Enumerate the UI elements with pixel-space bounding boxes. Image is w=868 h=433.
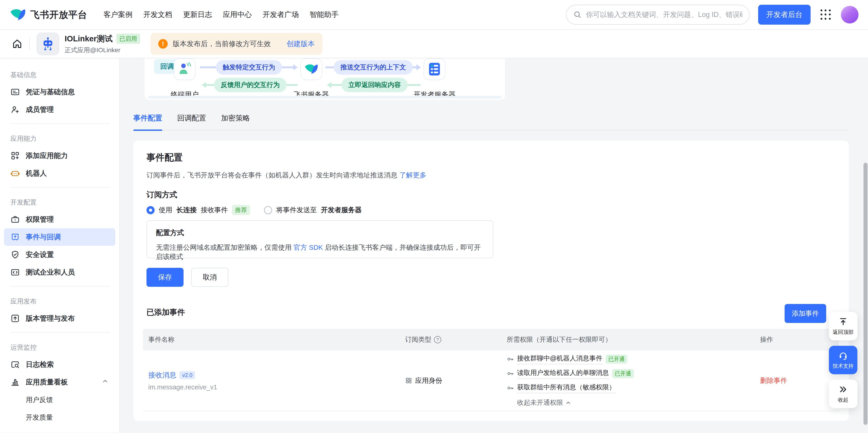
sidebar-section-basic: 基础信息 xyxy=(0,65,119,83)
search-icon xyxy=(573,10,582,19)
nav-item-dev-square[interactable]: 开发者广场 xyxy=(263,10,299,20)
briefcase-icon xyxy=(10,215,20,224)
add-event-button[interactable]: 添加事件 xyxy=(784,304,826,323)
sidebar-label: 机器人 xyxy=(26,168,47,178)
collapse-toolbar-button[interactable]: 收起 xyxy=(829,380,857,408)
sidebar-label: 安全设置 xyxy=(26,250,54,259)
col-label: 操作 xyxy=(760,335,773,344)
flow-trigger-label: 触发特定交互行为 xyxy=(216,60,282,74)
radio1-suffix: 接收事件 xyxy=(201,206,228,215)
save-button[interactable]: 保存 xyxy=(147,268,184,287)
sidebar-item-permissions[interactable]: 权限管理 xyxy=(4,211,115,228)
permission-label[interactable]: 获取群组中所有消息（敏感权限） xyxy=(517,383,616,393)
permission-open-badge: 已开通 xyxy=(612,369,634,378)
cancel-button[interactable]: 取消 xyxy=(191,268,228,287)
flow-feedback-label: 反馈用户的交互行为 xyxy=(214,78,287,92)
col-label: 事件名称 xyxy=(148,335,175,344)
end-user-icon xyxy=(178,62,192,76)
id-card-icon xyxy=(10,87,20,97)
search-box[interactable] xyxy=(566,5,749,25)
recommend-badge: 推荐 xyxy=(232,205,250,215)
radio2-prefix: 将事件发送至 xyxy=(276,206,317,215)
subscribe-mode-title: 订阅方式 xyxy=(147,190,177,200)
warning-icon: ! xyxy=(158,39,168,49)
permission-item: 读取用户发给机器人的单聊消息 已开通 xyxy=(507,368,755,379)
sidebar-item-credentials[interactable]: 凭证与基础信息 xyxy=(4,83,115,101)
flow-push-label: 推送交互行为的上下文 xyxy=(334,60,413,74)
sidebar-subitem-user-feedback[interactable]: 用户反馈 xyxy=(4,391,115,409)
primary-nav: 客户案例 开发文档 更新日志 应用中心 开发者广场 智能助手 xyxy=(103,10,339,20)
desc-text: 订阅事件后，飞书开放平台将会在事件（如机器人入群）发生时向请求地址推送消息 xyxy=(147,171,397,179)
nav-item-cases[interactable]: 客户案例 xyxy=(103,10,132,20)
collapse-label: 收起 xyxy=(838,396,848,403)
sidebar-item-version-release[interactable]: 版本管理与发布 xyxy=(4,310,115,327)
flow-response-label: 立即返回响应内容 xyxy=(342,78,408,92)
back-to-top-button[interactable]: 返回顶部 xyxy=(829,312,857,340)
brand-logo[interactable]: 飞书开放平台 xyxy=(9,6,87,23)
radio2-bold: 开发者服务器 xyxy=(321,206,362,215)
config-mode-title: 配置方式 xyxy=(156,228,484,238)
cell-permissions: 接收群聊中@机器人消息事件 已开通 读取用户发给机器人的单聊消息 已开通 xyxy=(501,350,755,411)
developer-server-icon xyxy=(427,62,442,76)
learn-more-link[interactable]: 了解更多 xyxy=(399,171,426,179)
layout: 基础信息 凭证与基础信息 成员管理 应用能力 添加应用能力 xyxy=(0,58,868,433)
chevron-up-icon[interactable] xyxy=(102,378,108,386)
sidebar-item-bot[interactable]: 机器人 xyxy=(4,164,115,182)
collapse-permissions-link[interactable]: 收起未开通权限 xyxy=(517,398,755,407)
radio1-prefix: 使用 xyxy=(159,206,172,215)
divider xyxy=(10,286,110,286)
radio-developer-server[interactable] xyxy=(264,206,272,214)
home-button[interactable] xyxy=(12,38,23,49)
nav-item-assistant[interactable]: 智能助手 xyxy=(310,10,339,20)
tab-encryption[interactable]: 加密策略 xyxy=(221,113,250,130)
developer-server-label: 开发者服务器 xyxy=(413,90,456,99)
tab-callback-config[interactable]: 回调配置 xyxy=(177,113,206,130)
event-name-link[interactable]: 接收消息 xyxy=(148,370,176,380)
cell-event-name: 接收消息 v2.0 im.message.receive_v1 xyxy=(143,350,400,411)
sidebar-item-add-capability[interactable]: 添加应用能力 xyxy=(4,147,115,164)
col-label: 订阅类型 xyxy=(405,335,431,344)
divider xyxy=(29,38,30,50)
nav-item-changelog[interactable]: 更新日志 xyxy=(183,10,212,20)
developer-server-node xyxy=(424,58,445,80)
events-table: 事件名称 订阅类型 ? 所需权限（开通以下任一权限即可） 操作 xyxy=(143,329,839,411)
nav-item-app-center[interactable]: 应用中心 xyxy=(223,10,252,20)
app-status-badge: 已启用 xyxy=(116,34,140,44)
permission-label[interactable]: 接收群聊中@机器人消息事件 xyxy=(517,354,602,364)
official-sdk-link[interactable]: 官方 SDK xyxy=(293,244,323,251)
sidebar-item-security[interactable]: 安全设置 xyxy=(4,246,115,264)
sidebar-item-log-search[interactable]: 日志检索 xyxy=(4,356,115,373)
banner-text: 版本发布后，当前修改方可生效 xyxy=(173,39,271,49)
feishu-logo-icon xyxy=(9,6,26,23)
delete-event-link[interactable]: 删除事件 xyxy=(760,376,787,385)
radio-long-connection[interactable] xyxy=(147,206,155,214)
user-avatar[interactable] xyxy=(841,6,859,24)
apps-grid-icon[interactable] xyxy=(820,9,831,20)
sidebar-item-events-callbacks[interactable]: 事件与回调 xyxy=(4,228,115,246)
nav-item-docs[interactable]: 开发文档 xyxy=(143,10,172,20)
sidebar-label: 应用质量看板 xyxy=(26,377,68,387)
sidebar-label: 凭证与基础信息 xyxy=(26,87,75,97)
floating-toolbar: 返回顶部 技术支持 收起 xyxy=(829,312,857,408)
sidebar-section-release: 应用发布 xyxy=(0,291,119,310)
sidebar-subitem-dev-quality[interactable]: 开发质量 xyxy=(4,409,115,426)
sidebar-item-members[interactable]: 成员管理 xyxy=(4,101,115,118)
developer-console-button[interactable]: 开发者后台 xyxy=(758,5,811,25)
sidebar-item-test-org[interactable]: 测试企业和人员 xyxy=(4,264,115,281)
scrollbar[interactable] xyxy=(864,163,868,425)
support-button[interactable]: 技术支持 xyxy=(829,346,857,374)
search-input[interactable] xyxy=(586,11,742,19)
app-subtitle: 正式应用@IOLinker xyxy=(65,46,140,55)
create-version-link[interactable]: 创建版本 xyxy=(287,39,315,49)
headset-icon xyxy=(838,351,848,360)
sidebar-label: 添加应用能力 xyxy=(26,151,68,160)
sidebar-item-quality-board[interactable]: 应用质量看板 xyxy=(4,373,115,391)
col-event-name: 事件名称 xyxy=(143,335,400,344)
feishu-server-icon xyxy=(304,62,318,76)
subscribe-type-label: 应用身份 xyxy=(415,376,442,385)
key-icon xyxy=(507,384,514,392)
permission-label[interactable]: 读取用户发给机器人的单聊消息 xyxy=(517,368,609,379)
tab-event-config[interactable]: 事件配置 xyxy=(133,113,162,130)
end-user-node xyxy=(174,58,195,80)
help-icon[interactable]: ? xyxy=(434,336,441,343)
